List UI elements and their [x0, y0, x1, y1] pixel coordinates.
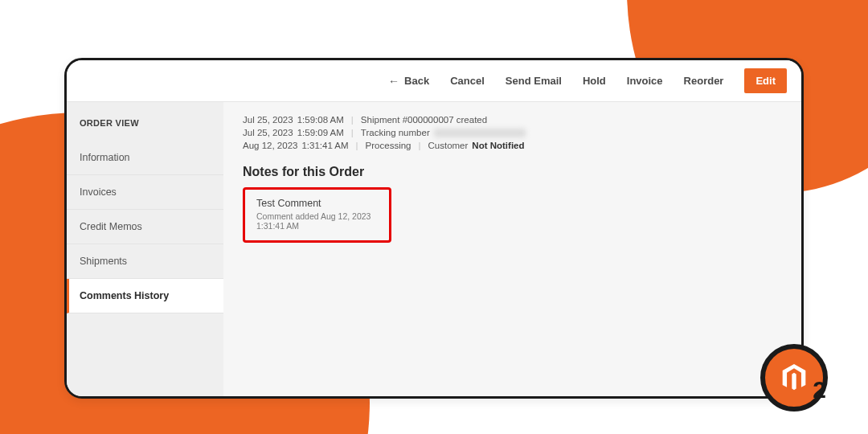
comment-title: Test Comment: [256, 198, 378, 209]
comment-meta: Comment added Aug 12, 2023 1:31:41 AM: [256, 211, 378, 231]
history-text: Tracking number: [361, 128, 430, 137]
reorder-button[interactable]: Reorder: [684, 75, 724, 87]
history-row: Aug 12, 2023 1:31:41 AM | Processing | C…: [243, 139, 782, 152]
history-row: Jul 25, 2023 1:59:09 AM | Tracking numbe…: [243, 126, 782, 139]
back-button-label: Back: [404, 75, 429, 87]
history-date: Jul 25, 2023: [243, 128, 293, 137]
order-comment-card: Test Comment Comment added Aug 12, 2023 …: [243, 187, 391, 243]
invoice-button[interactable]: Invoice: [627, 75, 663, 87]
order-toolbar: Back Cancel Send Email Hold Invoice Reor…: [67, 60, 801, 102]
sidebar-item-comments-history[interactable]: Comments History: [67, 279, 223, 313]
separator: |: [348, 115, 357, 125]
history-time: 1:59:08 AM: [297, 115, 344, 125]
separator: |: [353, 141, 362, 150]
history-text: Shipment #000000007 created: [361, 115, 487, 125]
history-time: 1:59:09 AM: [297, 128, 344, 137]
redacted-value: hidden: [434, 129, 526, 137]
back-button[interactable]: Back: [388, 75, 429, 88]
separator: |: [416, 141, 424, 150]
hold-button[interactable]: Hold: [583, 75, 606, 87]
history-date: Jul 25, 2023: [243, 115, 293, 125]
sidebar-title: ORDER VIEW: [67, 113, 223, 141]
magento-icon: [780, 364, 808, 391]
badge-version: 2: [813, 376, 826, 403]
app-window: Back Cancel Send Email Hold Invoice Reor…: [64, 58, 804, 399]
sidebar-item-invoices[interactable]: Invoices: [67, 175, 223, 210]
notes-heading: Notes for this Order: [243, 165, 782, 179]
main-content: Jul 25, 2023 1:59:08 AM | Shipment #0000…: [223, 102, 801, 396]
separator: |: [348, 128, 357, 137]
sidebar-item-information[interactable]: Information: [67, 141, 223, 175]
order-view-sidebar: ORDER VIEW Information Invoices Credit M…: [67, 102, 223, 396]
history-time: 1:31:41 AM: [301, 141, 348, 150]
sidebar-item-shipments[interactable]: Shipments: [67, 244, 223, 279]
edit-button[interactable]: Edit: [744, 68, 787, 93]
send-email-button[interactable]: Send Email: [506, 75, 562, 87]
history-customer-label: Customer: [428, 141, 469, 150]
history-customer-value: Not Notified: [472, 141, 524, 150]
history-status: Processing: [366, 141, 411, 150]
cancel-button[interactable]: Cancel: [450, 75, 485, 87]
history-date: Aug 12, 2023: [243, 141, 297, 150]
arrow-left-icon: [388, 75, 399, 88]
history-row: Jul 25, 2023 1:59:08 AM | Shipment #0000…: [243, 113, 782, 126]
magento-badge: 2: [760, 344, 828, 411]
sidebar-item-credit-memos[interactable]: Credit Memos: [67, 210, 223, 244]
